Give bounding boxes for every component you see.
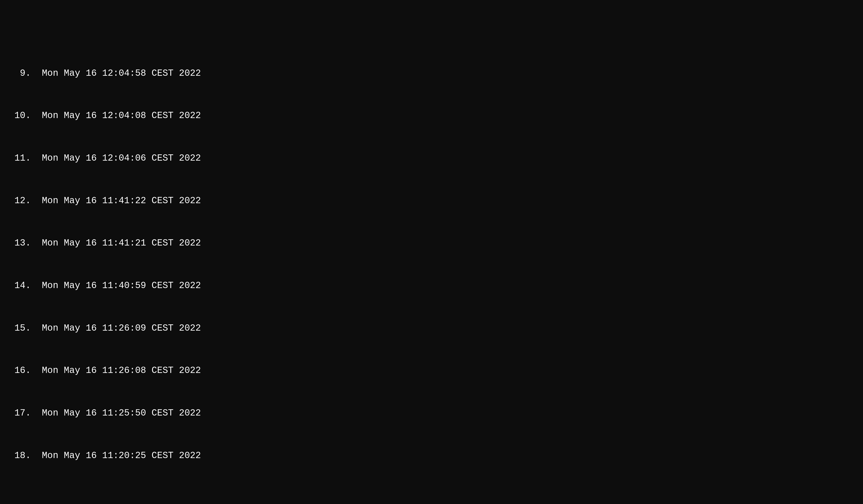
- history-entry-9: 9. Mon May 16 12:04:58 CEST 2022: [14, 66, 849, 80]
- history-entry-12: 12. Mon May 16 11:41:22 CEST 2022: [14, 194, 849, 208]
- history-entry-11: 11. Mon May 16 12:04:06 CEST 2022: [14, 151, 849, 165]
- history-entry-16: 16. Mon May 16 11:26:08 CEST 2022: [14, 364, 849, 378]
- screen: 9. Mon May 16 12:04:58 CEST 2022 10. Mon…: [0, 0, 863, 504]
- history-entry-10: 10. Mon May 16 12:04:08 CEST 2022: [14, 109, 849, 123]
- history-entry-17: 17. Mon May 16 11:25:50 CEST 2022: [14, 406, 849, 420]
- history-entry-13: 13. Mon May 16 11:41:21 CEST 2022: [14, 236, 849, 250]
- history-entry-14: 14. Mon May 16 11:40:59 CEST 2022: [14, 279, 849, 293]
- history-entry-15: 15. Mon May 16 11:26:09 CEST 2022: [14, 321, 849, 336]
- terminal: 9. Mon May 16 12:04:58 CEST 2022 10. Mon…: [0, 0, 863, 504]
- history-entry-18: 18. Mon May 16 11:20:25 CEST 2022: [14, 449, 849, 463]
